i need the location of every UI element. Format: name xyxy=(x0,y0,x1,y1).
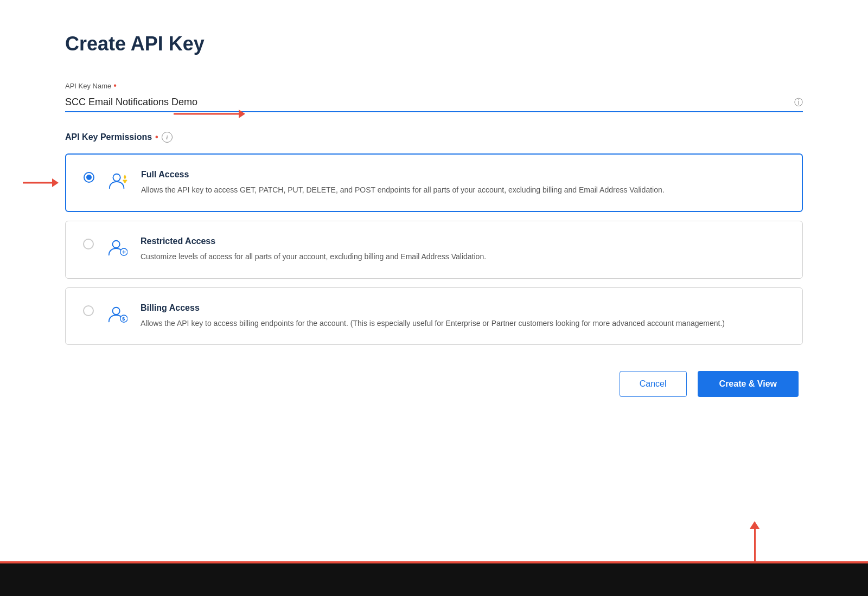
footer-actions: Cancel Create & View xyxy=(65,371,803,397)
full-access-desc: Allows the API key to access GET, PATCH,… xyxy=(141,184,784,196)
svg-marker-2 xyxy=(124,175,126,180)
billing-access-desc: Allows the API key to access billing end… xyxy=(141,317,785,329)
billing-access-content: Billing Access Allows the API key to acc… xyxy=(141,303,785,329)
restricted-access-content: Restricted Access Customize levels of ac… xyxy=(141,236,785,262)
full-access-content: Full Access Allows the API key to access… xyxy=(141,170,784,196)
svg-text:$: $ xyxy=(122,316,125,322)
billing-access-radio-col xyxy=(83,303,94,318)
name-info-icon[interactable]: ⓘ xyxy=(794,97,803,108)
permissions-section: API Key Permissions • i xyxy=(65,132,803,345)
restricted-access-icon xyxy=(107,238,127,258)
restricted-access-card[interactable]: Restricted Access Customize levels of ac… xyxy=(65,221,803,278)
page-title: Create API Key xyxy=(65,33,803,55)
api-key-name-section: API Key Name • ⓘ xyxy=(65,81,803,112)
svg-point-5 xyxy=(112,307,119,314)
full-access-card[interactable]: Full Access Allows the API key to access… xyxy=(65,153,803,212)
bottom-arrow-head xyxy=(750,521,760,529)
create-view-button[interactable]: Create & View xyxy=(698,371,799,397)
bottom-arrow-line xyxy=(754,529,756,561)
full-access-icon-col xyxy=(107,170,128,191)
svg-point-3 xyxy=(112,241,119,248)
bottom-bar xyxy=(0,563,868,596)
billing-access-radio[interactable] xyxy=(83,305,94,316)
restricted-access-desc: Customize levels of access for all parts… xyxy=(141,251,785,262)
billing-access-icon-col: $ xyxy=(107,303,127,325)
full-access-radio[interactable] xyxy=(84,172,94,183)
bottom-arrow-indicator xyxy=(750,521,760,561)
restricted-access-icon-col xyxy=(107,236,127,258)
full-access-title: Full Access xyxy=(141,170,784,180)
full-access-icon xyxy=(107,171,128,191)
permissions-required: • xyxy=(155,133,158,142)
restricted-access-radio[interactable] xyxy=(83,239,94,249)
billing-access-title: Billing Access xyxy=(141,303,785,313)
full-access-radio-col xyxy=(84,170,94,185)
permissions-info-icon[interactable]: i xyxy=(162,132,173,143)
permissions-label: API Key Permissions • i xyxy=(65,132,803,143)
name-arrow-indicator xyxy=(174,110,250,118)
restricted-access-title: Restricted Access xyxy=(141,236,785,246)
api-key-name-label: API Key Name • xyxy=(65,81,803,90)
cancel-button[interactable]: Cancel xyxy=(620,371,687,397)
required-indicator: • xyxy=(113,81,117,90)
billing-access-icon: $ xyxy=(107,304,127,325)
svg-point-0 xyxy=(113,174,120,181)
full-access-arrow xyxy=(23,178,61,187)
restricted-access-radio-col xyxy=(83,236,94,252)
svg-marker-1 xyxy=(123,180,127,183)
billing-access-card[interactable]: $ Billing Access Allows the API key to a… xyxy=(65,287,803,345)
